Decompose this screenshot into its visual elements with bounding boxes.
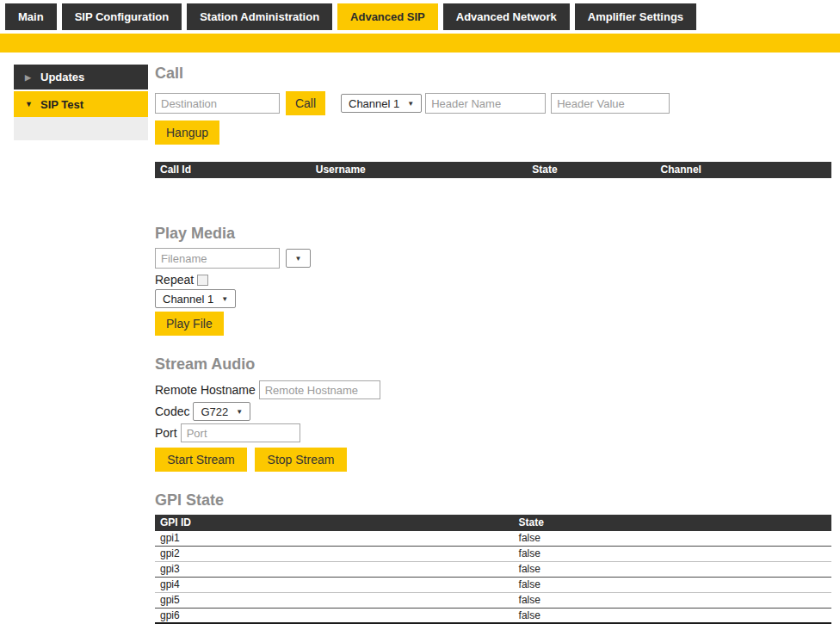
- gpi-state: false: [514, 531, 831, 546]
- sidebar-item-updates[interactable]: ▶ Updates: [14, 65, 148, 90]
- gpi-id: gpi1: [155, 531, 514, 546]
- filename-select[interactable]: ▼: [286, 249, 311, 268]
- sidebar: ▶ Updates ▼ SIP Test: [14, 65, 148, 624]
- call-channel-select[interactable]: Channel 1 ▼: [341, 94, 422, 113]
- gpi-id: gpi4: [155, 578, 514, 592]
- call-controls-row: Call Channel 1 ▼: [155, 91, 831, 115]
- gpi-table-header: GPI ID State: [155, 515, 831, 531]
- chevron-down-icon: ▼: [407, 100, 414, 108]
- start-stream-button[interactable]: Start Stream: [155, 448, 247, 472]
- repeat-row: Repeat: [155, 273, 831, 287]
- call-table-col-channel: Channel: [656, 162, 831, 178]
- port-row: Port: [155, 423, 831, 442]
- call-button[interactable]: Call: [286, 91, 325, 115]
- destination-input[interactable]: [155, 93, 280, 114]
- stop-stream-button[interactable]: Stop Stream: [255, 448, 347, 472]
- play-file-button[interactable]: Play File: [155, 312, 224, 336]
- call-section-title: Call: [155, 65, 831, 82]
- gpi-id: gpi3: [155, 562, 514, 577]
- codec-label: Codec: [155, 405, 189, 418]
- sidebar-item-label: Updates: [40, 71, 84, 83]
- chevron-down-icon: ▼: [236, 408, 243, 416]
- sidebar-item-label: SIP Test: [40, 98, 83, 111]
- filename-row: ▼: [155, 248, 831, 269]
- gpi-state-section-title: GPI State: [155, 491, 831, 509]
- gpi-id: gpi2: [155, 547, 514, 561]
- sidebar-submenu-area: [14, 117, 148, 140]
- tab-amplifier-settings[interactable]: Amplifier Settings: [575, 3, 696, 30]
- gpi-state: false: [514, 578, 831, 592]
- gpi-state: false: [514, 562, 831, 577]
- gpi-id: gpi6: [155, 609, 514, 622]
- codec-select-value: G722: [201, 405, 228, 418]
- gpi-table-row: gpi1 false: [155, 531, 831, 547]
- call-table-header: Call Id Username State Channel: [155, 162, 831, 178]
- chevron-right-icon: ▶: [25, 73, 40, 82]
- gpi-table-row: gpi6 false: [155, 609, 831, 624]
- stream-audio-section-title: Stream Audio: [155, 355, 831, 373]
- gpi-table: GPI ID State gpi1 false gpi2 false gpi3 …: [155, 515, 831, 624]
- play-media-channel-select-value: Channel 1: [163, 293, 213, 306]
- filename-input[interactable]: [155, 248, 280, 269]
- tab-advanced-network[interactable]: Advanced Network: [443, 3, 570, 30]
- remote-hostname-input[interactable]: [259, 380, 380, 399]
- sidebar-item-sip-test[interactable]: ▼ SIP Test: [14, 91, 148, 117]
- accent-bar: [0, 34, 840, 53]
- tab-sip-configuration[interactable]: SIP Configuration: [62, 3, 182, 30]
- codec-select[interactable]: G722 ▼: [193, 402, 250, 421]
- gpi-table-row: gpi2 false: [155, 547, 831, 562]
- repeat-label: Repeat: [155, 273, 194, 287]
- gpi-state: false: [514, 547, 831, 561]
- gpi-state: false: [514, 593, 831, 608]
- repeat-checkbox[interactable]: [197, 275, 208, 286]
- gpi-id: gpi5: [155, 593, 514, 608]
- call-table-col-state: State: [527, 162, 655, 178]
- call-channel-select-value: Channel 1: [349, 97, 399, 110]
- hangup-button[interactable]: Hangup: [155, 120, 219, 145]
- play-media-section-title: Play Media: [155, 225, 831, 242]
- chevron-down-icon: ▼: [25, 100, 40, 108]
- top-tab-bar: Main SIP Configuration Station Administr…: [0, 0, 840, 34]
- call-table-col-callid: Call Id: [155, 162, 311, 178]
- header-name-input[interactable]: [425, 93, 546, 114]
- gpi-table-row: gpi5 false: [155, 593, 831, 609]
- main-content: Call Call Channel 1 ▼ Hangup Call Id Use…: [155, 65, 831, 624]
- remote-hostname-row: Remote Hostname: [155, 380, 831, 399]
- chevron-down-icon: ▼: [221, 295, 228, 303]
- gpi-table-row: gpi4 false: [155, 578, 831, 593]
- play-media-channel-select[interactable]: Channel 1 ▼: [155, 289, 236, 308]
- port-input[interactable]: [181, 423, 300, 442]
- port-label: Port: [155, 426, 177, 440]
- gpi-table-row: gpi3 false: [155, 562, 831, 578]
- codec-row: Codec G722 ▼: [155, 402, 831, 421]
- call-table-col-username: Username: [311, 162, 528, 178]
- remote-hostname-label: Remote Hostname: [155, 383, 256, 397]
- gpi-col-state: State: [514, 515, 831, 531]
- gpi-col-id: GPI ID: [155, 515, 514, 531]
- tab-main[interactable]: Main: [5, 3, 57, 30]
- gpi-state: false: [514, 609, 831, 622]
- tab-advanced-sip[interactable]: Advanced SIP: [337, 3, 438, 30]
- tab-station-administration[interactable]: Station Administration: [187, 3, 332, 30]
- chevron-down-icon: ▼: [295, 255, 302, 263]
- header-value-input[interactable]: [551, 93, 670, 114]
